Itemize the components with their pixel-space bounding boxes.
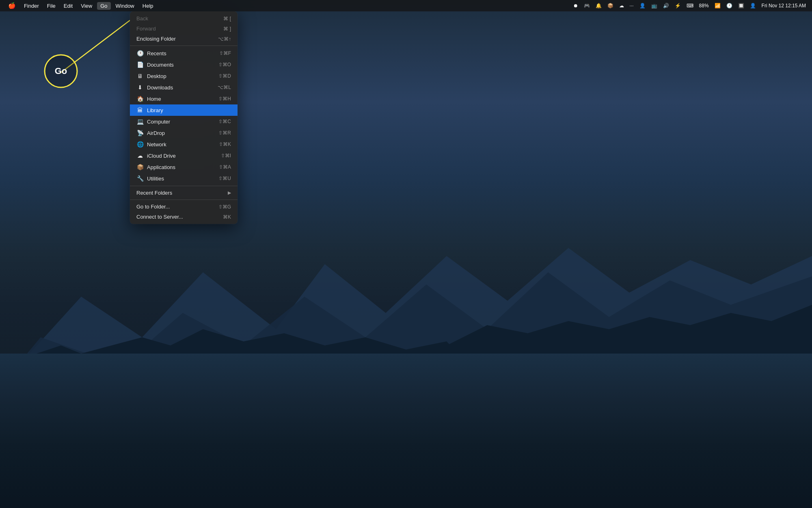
separator-2 xyxy=(130,186,238,186)
menu-item-recents[interactable]: 🕐 Recents ⇧⌘F xyxy=(130,48,238,59)
menu-item-back[interactable]: Back ⌘ [ xyxy=(130,13,238,24)
go-annotation: Go xyxy=(39,49,83,93)
desktop-icon: 🖥 xyxy=(136,72,144,80)
desktop-background xyxy=(0,0,812,508)
menubar-help[interactable]: Help xyxy=(139,2,157,10)
menu-item-home-shortcut: ⇧⌘H xyxy=(218,96,231,102)
menu-item-icloud-drive[interactable]: ☁ iCloud Drive ⇧⌘I xyxy=(130,150,238,161)
submenu-arrow-icon: ▶ xyxy=(228,190,231,195)
menubar-view[interactable]: View xyxy=(78,2,95,10)
utilities-icon: 🔧 xyxy=(136,175,144,182)
menu-item-utilities-label: Utilities xyxy=(147,176,218,182)
battery-percent: 88% xyxy=(699,3,709,9)
airplay-icon[interactable]: 📺 xyxy=(650,3,659,9)
battery-indicator: 88% xyxy=(698,3,710,9)
downloads-icon: ⬇ xyxy=(136,84,144,91)
menu-item-documents[interactable]: 📄 Documents ⇧⌘O xyxy=(130,59,238,70)
svg-text:Go: Go xyxy=(55,66,67,76)
menu-item-network-shortcut: ⇧⌘K xyxy=(219,141,231,147)
menubar-window[interactable]: Window xyxy=(112,2,138,10)
applications-icon: 📦 xyxy=(136,163,144,171)
menu-item-computer-label: Computer xyxy=(147,119,218,125)
menu-item-applications-shortcut: ⇧⌘A xyxy=(219,164,231,170)
menu-item-connect-to-server-shortcut: ⌘K xyxy=(223,214,231,220)
menubar-edit[interactable]: Edit xyxy=(60,2,76,10)
menu-item-forward-shortcut: ⌘ ] xyxy=(223,26,231,32)
annotation-circle-svg: Go xyxy=(39,49,83,93)
menubar-go[interactable]: Go xyxy=(97,2,110,10)
notification-icon[interactable]: 🔔 xyxy=(594,3,603,9)
menu-item-airdrop[interactable]: 📡 AirDrop ⇧⌘R xyxy=(130,127,238,139)
menubar-right: ⏺ 🎮 🔔 📦 ☁ ··· 👤 📺 🔊 ⚡ ⌨ 88% 📶 🕐 🔲 👤 Fri … xyxy=(572,3,807,9)
menu-item-downloads-label: Downloads xyxy=(147,85,218,91)
control-center-icon[interactable]: 🔲 xyxy=(737,3,745,9)
menu-item-forward[interactable]: Forward ⌘ ] xyxy=(130,24,238,34)
menu-item-airdrop-shortcut: ⇧⌘R xyxy=(218,130,231,136)
bluetooth-icon[interactable]: ⚡ xyxy=(674,3,682,9)
menu-item-go-to-folder[interactable]: Go to Folder... ⇧⌘G xyxy=(130,202,238,212)
menu-item-forward-label: Forward xyxy=(136,26,223,32)
menu-item-applications-label: Applications xyxy=(147,164,219,170)
menu-item-back-shortcut: ⌘ [ xyxy=(223,16,231,22)
menu-item-applications[interactable]: 📦 Applications ⇧⌘A xyxy=(130,161,238,173)
menu-item-go-to-folder-label: Go to Folder... xyxy=(136,204,218,210)
menu-item-go-to-folder-shortcut: ⇧⌘G xyxy=(218,204,231,210)
clock-icon: 🕐 xyxy=(725,3,734,9)
volume-icon[interactable]: 🔊 xyxy=(662,3,670,9)
apple-menu[interactable]: 🍎 xyxy=(5,2,19,9)
game-center-icon: 🎮 xyxy=(583,3,591,9)
profile-icon[interactable]: 👤 xyxy=(638,3,647,9)
menu-item-icloud-drive-shortcut: ⇧⌘I xyxy=(221,153,231,158)
separator-3 xyxy=(130,200,238,200)
menu-item-computer[interactable]: 💻 Computer ⇧⌘C xyxy=(130,116,238,127)
menu-item-utilities-shortcut: ⇧⌘U xyxy=(218,176,231,181)
menu-item-connect-to-server[interactable]: Connect to Server... ⌘K xyxy=(130,212,238,222)
menu-item-documents-label: Documents xyxy=(147,62,218,68)
icloud-icon: ☁ xyxy=(136,152,144,159)
menu-item-recent-folders[interactable]: Recent Folders ▶ xyxy=(130,188,238,198)
touch-bar-icon: ··· xyxy=(628,3,635,9)
record-indicator: ⏺ xyxy=(572,3,579,9)
menu-item-utilities[interactable]: 🔧 Utilities ⇧⌘U xyxy=(130,173,238,184)
recents-icon: 🕐 xyxy=(136,50,144,57)
menu-item-home[interactable]: 🏠 Home ⇧⌘H xyxy=(130,93,238,104)
dropbox-icon[interactable]: 📦 xyxy=(606,3,615,9)
menu-item-enclosing-folder-shortcut: ⌥⌘↑ xyxy=(218,36,231,42)
menu-item-computer-shortcut: ⇧⌘C xyxy=(218,119,231,124)
user-account-icon[interactable]: 👤 xyxy=(749,3,757,9)
menu-item-recent-folders-label: Recent Folders xyxy=(136,190,228,196)
airdrop-icon: 📡 xyxy=(136,129,144,137)
datetime: Fri Nov 12 12:15 AM xyxy=(760,3,807,9)
menu-item-recents-shortcut: ⇧⌘F xyxy=(219,50,231,56)
go-menu-dropdown: Back ⌘ [ Forward ⌘ ] Enclosing Folder ⌥⌘… xyxy=(130,11,238,224)
menu-item-network-label: Network xyxy=(147,141,219,148)
menubar: 🍎 Finder File Edit View Go Window Help ⏺… xyxy=(0,0,812,11)
separator-1 xyxy=(130,46,238,46)
menu-item-home-label: Home xyxy=(147,96,218,102)
cloud-icon[interactable]: ☁ xyxy=(618,3,625,9)
menu-item-connect-to-server-label: Connect to Server... xyxy=(136,214,223,220)
menu-item-downloads[interactable]: ⬇ Downloads ⌥⌘L xyxy=(130,82,238,93)
menu-item-desktop-label: Desktop xyxy=(147,73,218,79)
menubar-left: 🍎 Finder File Edit View Go Window Help xyxy=(5,2,572,10)
menu-item-enclosing-folder-label: Enclosing Folder xyxy=(136,36,218,42)
network-icon: 🌐 xyxy=(136,141,144,148)
wifi-icon[interactable]: 📶 xyxy=(713,3,722,9)
home-icon: 🏠 xyxy=(136,95,144,102)
menu-item-desktop-shortcut: ⇧⌘D xyxy=(218,73,231,79)
menu-item-library[interactable]: 🏛 Library xyxy=(130,104,238,116)
menu-item-enclosing-folder[interactable]: Enclosing Folder ⌥⌘↑ xyxy=(130,34,238,44)
computer-icon: 💻 xyxy=(136,118,144,125)
menu-item-library-label: Library xyxy=(147,107,231,113)
menu-item-icloud-drive-label: iCloud Drive xyxy=(147,153,221,159)
menu-item-desktop[interactable]: 🖥 Desktop ⇧⌘D xyxy=(130,70,238,82)
menu-item-recents-label: Recents xyxy=(147,50,219,56)
menu-item-documents-shortcut: ⇧⌘O xyxy=(218,62,231,67)
library-icon: 🏛 xyxy=(136,106,144,114)
keyboard-icon: ⌨ xyxy=(685,3,695,9)
menu-item-back-label: Back xyxy=(136,15,223,22)
menubar-file[interactable]: File xyxy=(44,2,59,10)
menu-item-network[interactable]: 🌐 Network ⇧⌘K xyxy=(130,139,238,150)
menubar-finder[interactable]: Finder xyxy=(21,2,42,10)
documents-icon: 📄 xyxy=(136,61,144,68)
